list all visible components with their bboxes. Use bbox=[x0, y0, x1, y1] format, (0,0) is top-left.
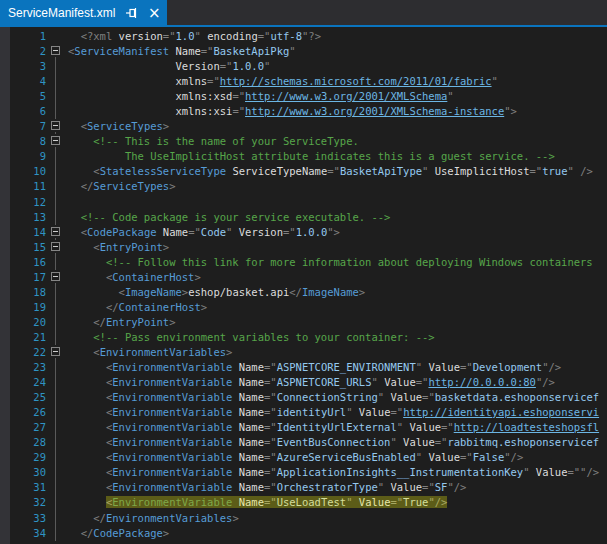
code-text[interactable]: <EnvironmentVariable Name="EventBusConne… bbox=[68, 435, 607, 450]
code-line-21[interactable]: 21 <!-- Pass environment variables to yo… bbox=[0, 330, 607, 345]
fold-minus-icon[interactable] bbox=[51, 347, 60, 356]
line-number: 10 bbox=[0, 164, 46, 179]
code-text[interactable]: <!-- Follow this link for more informati… bbox=[68, 255, 607, 270]
code-line-26[interactable]: 26 <EnvironmentVariable Name="identityUr… bbox=[0, 405, 607, 420]
code-line-30[interactable]: 30 <EnvironmentVariable Name="Applicatio… bbox=[0, 465, 607, 480]
fold-collapse-button[interactable] bbox=[46, 345, 68, 360]
fold-collapse-button[interactable] bbox=[46, 270, 68, 285]
code-text[interactable]: <EnvironmentVariable Name="ConnectionStr… bbox=[68, 390, 607, 405]
code-text[interactable]: <EnvironmentVariable Name="ASPNETCORE_UR… bbox=[68, 375, 607, 390]
code-text[interactable]: <EnvironmentVariable Name="ASPNETCORE_EN… bbox=[68, 360, 607, 375]
code-text[interactable]: <ServiceTypes> bbox=[68, 119, 607, 134]
code-line-31[interactable]: 31 <EnvironmentVariable Name="Orchestrat… bbox=[0, 480, 607, 495]
token-l: http://loadtesteshopsfl bbox=[454, 421, 599, 433]
code-text[interactable]: </ServiceTypes> bbox=[68, 179, 607, 194]
code-text[interactable]: xmlns="http://schemas.microsoft.com/2011… bbox=[68, 74, 607, 89]
code-line-20[interactable]: 20 </EntryPoint> bbox=[0, 315, 607, 330]
code-text[interactable]: <!-- Code package is your service execut… bbox=[68, 210, 607, 225]
code-line-28[interactable]: 28 <EnvironmentVariable Name="EventBusCo… bbox=[0, 435, 607, 450]
fold-guide bbox=[46, 405, 68, 420]
token-a: Value bbox=[536, 466, 568, 478]
code-text[interactable]: <ContainerHost> bbox=[68, 270, 607, 285]
code-line-3[interactable]: 3 Version="1.0.0" bbox=[0, 59, 607, 74]
token-d: " bbox=[492, 75, 498, 87]
code-line-10[interactable]: 10 <StatelessServiceType ServiceTypeName… bbox=[0, 164, 607, 179]
tab-servicemanifest[interactable]: ServiceManifest.xml × bbox=[0, 0, 167, 25]
code-line-1[interactable]: 1 <?xml version="1.0" encoding="utf-8"?> bbox=[0, 29, 607, 44]
code-line-8[interactable]: 8 <!-- This is the name of your ServiceT… bbox=[0, 134, 607, 149]
code-text[interactable]: <EnvironmentVariables> bbox=[68, 345, 607, 360]
fold-minus-icon[interactable] bbox=[51, 272, 60, 281]
token-a: version bbox=[119, 30, 163, 42]
code-line-9[interactable]: 9 The UseImplicitHost attribute indicate… bbox=[0, 149, 607, 164]
code-line-11[interactable]: 11 </ServiceTypes> bbox=[0, 179, 607, 194]
code-text[interactable]: Version="1.0.0" bbox=[68, 59, 607, 74]
fold-collapse-button[interactable] bbox=[46, 44, 68, 59]
code-text[interactable]: <EnvironmentVariable Name="UseLoadTest" … bbox=[68, 495, 607, 510]
code-line-16[interactable]: 16 <!-- Follow this link for more inform… bbox=[0, 255, 607, 270]
token-s bbox=[68, 316, 93, 328]
code-line-22[interactable]: 22 <EnvironmentVariables> bbox=[0, 345, 607, 360]
code-line-27[interactable]: 27 <EnvironmentVariable Name="IdentityUr… bbox=[0, 420, 607, 435]
code-text[interactable]: </EnvironmentVariables> bbox=[68, 511, 607, 526]
code-text[interactable]: xmlns:xsd="http://www.w3.org/2001/XMLSch… bbox=[68, 89, 607, 104]
code-line-23[interactable]: 23 <EnvironmentVariable Name="ASPNETCORE… bbox=[0, 360, 607, 375]
code-line-19[interactable]: 19 </ContainerHost> bbox=[0, 300, 607, 315]
fold-minus-icon[interactable] bbox=[51, 46, 60, 55]
code-text[interactable]: The UseImplicitHost attribute indicates … bbox=[68, 149, 607, 164]
code-line-32[interactable]: 32 <EnvironmentVariable Name="UseLoadTes… bbox=[0, 495, 607, 510]
code-text[interactable]: </EntryPoint> bbox=[68, 315, 607, 330]
code-line-14[interactable]: 14 <CodePackage Name="Code" Version="1.0… bbox=[0, 225, 607, 240]
code-editor[interactable]: 1 <?xml version="1.0" encoding="utf-8"?>… bbox=[0, 27, 607, 544]
code-text[interactable]: <ImageName>eshop/basket.api</ImageName> bbox=[68, 285, 607, 300]
line-number: 17 bbox=[0, 270, 46, 285]
token-t: EnvironmentVariable bbox=[112, 391, 232, 403]
token-s bbox=[68, 226, 81, 238]
code-line-12[interactable]: 12 bbox=[0, 195, 607, 210]
code-text[interactable]: <EntryPoint> bbox=[68, 240, 607, 255]
code-text[interactable]: <EnvironmentVariable Name="OrchestratorT… bbox=[68, 480, 607, 495]
code-text[interactable]: <CodePackage Name="Code" Version="1.0.0"… bbox=[68, 225, 607, 240]
code-line-33[interactable]: 33 </EnvironmentVariables> bbox=[0, 511, 607, 526]
token-c: <!-- Follow this link for more informati… bbox=[106, 256, 593, 268]
code-line-5[interactable]: 5 xmlns:xsd="http://www.w3.org/2001/XMLS… bbox=[0, 89, 607, 104]
fold-minus-icon[interactable] bbox=[51, 242, 60, 251]
token-v: ASPNETCORE_URLS bbox=[277, 376, 372, 388]
fold-collapse-button[interactable] bbox=[46, 240, 68, 255]
code-line-13[interactable]: 13 <!-- Code package is your service exe… bbox=[0, 210, 607, 225]
code-line-34[interactable]: 34 </CodePackage> bbox=[0, 526, 607, 541]
fold-collapse-button[interactable] bbox=[46, 119, 68, 134]
code-text[interactable]: <?xml version="1.0" encoding="utf-8"?> bbox=[68, 29, 607, 44]
code-line-18[interactable]: 18 <ImageName>eshop/basket.api</ImageNam… bbox=[0, 285, 607, 300]
code-line-6[interactable]: 6 xmlns:xsi="http://www.w3.org/2001/XMLS… bbox=[0, 104, 607, 119]
fold-collapse-button[interactable] bbox=[46, 225, 68, 240]
code-text[interactable]: <StatelessServiceType ServiceTypeName="B… bbox=[68, 164, 607, 179]
code-text[interactable] bbox=[68, 195, 607, 210]
code-text[interactable]: xmlns:xsi="http://www.w3.org/2001/XMLSch… bbox=[68, 104, 607, 119]
token-d: =""/> bbox=[567, 466, 599, 478]
fold-minus-icon[interactable] bbox=[51, 227, 60, 236]
code-line-25[interactable]: 25 <EnvironmentVariable Name="Connection… bbox=[0, 390, 607, 405]
fold-collapse-button[interactable] bbox=[46, 134, 68, 149]
token-s bbox=[68, 105, 175, 117]
pin-icon[interactable] bbox=[125, 6, 139, 20]
code-line-7[interactable]: 7 <ServiceTypes> bbox=[0, 119, 607, 134]
code-line-15[interactable]: 15 <EntryPoint> bbox=[0, 240, 607, 255]
code-line-29[interactable]: 29 <EnvironmentVariable Name="AzureServi… bbox=[0, 450, 607, 465]
code-text[interactable]: <!-- Pass environment variables to your … bbox=[68, 330, 607, 345]
code-line-2[interactable]: 2<ServiceManifest Name="BasketApiPkg" bbox=[0, 44, 607, 59]
code-line-4[interactable]: 4 xmlns="http://schemas.microsoft.com/20… bbox=[0, 74, 607, 89]
fold-minus-icon[interactable] bbox=[51, 136, 60, 145]
code-text[interactable]: <EnvironmentVariable Name="IdentityUrlEx… bbox=[68, 420, 607, 435]
code-line-24[interactable]: 24 <EnvironmentVariable Name="ASPNETCORE… bbox=[0, 375, 607, 390]
code-text[interactable]: </ContainerHost> bbox=[68, 300, 607, 315]
fold-minus-icon[interactable] bbox=[51, 121, 60, 130]
code-text[interactable]: <EnvironmentVariable Name="ApplicationIn… bbox=[68, 465, 607, 480]
code-text[interactable]: <!-- This is the name of your ServiceTyp… bbox=[68, 134, 607, 149]
code-text[interactable]: <EnvironmentVariable Name="identityUrl" … bbox=[68, 405, 607, 420]
close-icon[interactable]: × bbox=[147, 6, 161, 20]
code-text[interactable]: <ServiceManifest Name="BasketApiPkg" bbox=[68, 44, 607, 59]
code-line-17[interactable]: 17 <ContainerHost> bbox=[0, 270, 607, 285]
code-text[interactable]: <EnvironmentVariable Name="AzureServiceB… bbox=[68, 450, 607, 465]
code-text[interactable]: </CodePackage> bbox=[68, 526, 607, 541]
